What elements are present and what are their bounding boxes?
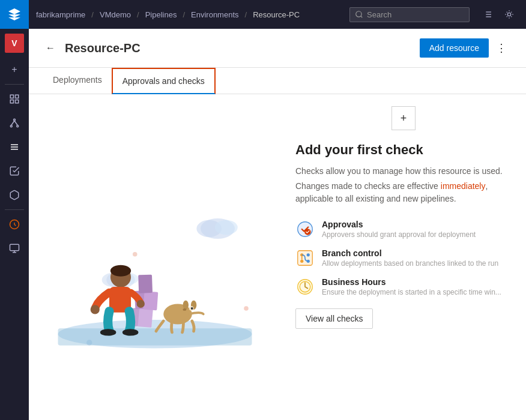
svg-point-4: [14, 119, 16, 121]
checks-list: Approvals Approvers should grant approva…: [295, 220, 512, 296]
back-button[interactable]: ←: [43, 40, 58, 56]
check-hours-name: Business Hours: [322, 277, 512, 287]
check-item-branch: Branch control Allow deployments based o…: [295, 248, 512, 268]
svg-point-50: [122, 329, 139, 335]
svg-point-47: [91, 305, 100, 314]
more-options-button[interactable]: ⋮: [491, 39, 512, 57]
svg-point-55: [307, 253, 310, 256]
sidebar-divider-1: [5, 84, 24, 85]
svg-rect-0: [10, 95, 13, 98]
topbar-icons: [478, 5, 519, 24]
first-check-desc2: Changes made to checks are effective imm…: [295, 180, 512, 205]
artifacts-icon[interactable]: [0, 183, 29, 207]
svg-point-51: [298, 222, 313, 237]
branch-control-icon: [295, 248, 315, 268]
breadcrumb-sep-4: /: [245, 10, 247, 19]
page-header: ← Resource-PC Add resource ⋮: [29, 29, 526, 68]
check-hours-desc: Ensure the deployment is started in a sp…: [322, 288, 512, 296]
svg-point-56: [300, 260, 303, 263]
desc2-before: Changes made to checks are effective: [295, 181, 441, 191]
svg-rect-35: [143, 291, 158, 310]
topbar: fabrikamprime / VMdemo / Pipelines / Env…: [29, 0, 526, 29]
search-icon: [355, 10, 363, 19]
svg-point-27: [133, 252, 138, 257]
breadcrumb-resource: Resource-PC: [253, 10, 300, 19]
check-branch-info: Branch control Allow deployments based o…: [322, 248, 512, 268]
svg-rect-1: [16, 95, 19, 98]
breadcrumb-pipelines[interactable]: Pipelines: [145, 10, 177, 19]
secondary-icon-1[interactable]: [0, 212, 29, 236]
tab-content: + Add your first check Checks allow you …: [29, 94, 526, 420]
main-container: fabrikamprime / VMdemo / Pipelines / Env…: [29, 0, 526, 420]
app-logo[interactable]: [0, 0, 29, 29]
svg-point-13: [356, 11, 361, 17]
add-sidebar-icon[interactable]: +: [0, 58, 29, 82]
check-item-approvals: Approvals Approvers should grant approva…: [295, 220, 512, 239]
add-check-plus-button[interactable]: +: [391, 106, 416, 130]
breadcrumb-org[interactable]: fabrikamprime: [36, 10, 85, 19]
svg-rect-10: [10, 244, 19, 251]
topbar-list-icon[interactable]: [478, 5, 497, 24]
search-input[interactable]: [367, 10, 463, 19]
check-approvals-desc: Approvers should grant approval for depl…: [322, 230, 512, 239]
svg-rect-2: [10, 100, 13, 103]
svg-point-48: [137, 300, 145, 308]
svg-point-42: [191, 307, 193, 310]
tab-approvals[interactable]: Approvals and checks: [112, 68, 216, 94]
boards-icon[interactable]: [0, 87, 29, 111]
topbar-settings-icon[interactable]: [500, 5, 519, 24]
testplans-icon[interactable]: [0, 159, 29, 183]
tab-deployments[interactable]: Deployments: [43, 68, 112, 94]
repos-icon[interactable]: [0, 111, 29, 135]
approvals-icon: [295, 220, 315, 239]
illustration: [41, 106, 269, 408]
svg-rect-33: [138, 308, 153, 328]
svg-point-40: [183, 301, 189, 310]
sidebar: V +: [0, 0, 29, 420]
svg-line-7: [11, 121, 14, 125]
breadcrumb-project[interactable]: VMdemo: [100, 10, 131, 19]
svg-rect-36: [138, 275, 153, 293]
svg-point-57: [307, 260, 310, 263]
check-approvals-name: Approvals: [322, 220, 512, 229]
add-resource-button[interactable]: Add resource: [420, 38, 489, 58]
svg-point-5: [10, 125, 12, 127]
right-panel: + Add your first check Checks allow you …: [281, 94, 526, 420]
svg-line-8: [14, 121, 17, 125]
breadcrumb-sep-1: /: [91, 10, 94, 19]
view-all-checks-button[interactable]: View all checks: [295, 308, 373, 329]
secondary-icon-2[interactable]: [0, 236, 29, 260]
tabs-bar: Deployments Approvals and checks: [29, 68, 526, 94]
search-box[interactable]: [349, 7, 470, 22]
svg-point-43: [183, 308, 187, 311]
content-area: ← Resource-PC Add resource ⋮ Deployments…: [29, 29, 526, 420]
user-avatar[interactable]: V: [5, 34, 24, 53]
breadcrumb-sep-2: /: [137, 10, 139, 19]
page-title: Resource-PC: [65, 41, 420, 55]
svg-point-45: [110, 265, 131, 277]
svg-point-23: [215, 220, 238, 235]
svg-point-20: [507, 13, 510, 16]
check-branch-desc: Allow deployments based on branches link…: [322, 259, 512, 268]
breadcrumb-sep-3: /: [183, 10, 185, 19]
pipelines-icon[interactable]: [0, 135, 29, 159]
illustration-area: [29, 94, 281, 420]
first-check-desc1: Checks allow you to manage how this reso…: [295, 165, 512, 178]
business-hours-icon: [295, 277, 315, 296]
svg-point-49: [100, 329, 116, 335]
desc2-highlight: immediately: [441, 181, 486, 191]
svg-point-29: [244, 306, 249, 311]
check-approvals-info: Approvals Approvers should grant approva…: [322, 220, 512, 239]
sidebar-divider-2: [5, 209, 24, 210]
first-check-heading: Add your first check: [295, 142, 512, 158]
check-branch-name: Branch control: [322, 248, 512, 258]
svg-rect-3: [16, 100, 19, 103]
breadcrumb-environments[interactable]: Environments: [191, 10, 238, 19]
svg-point-6: [17, 125, 19, 127]
check-hours-info: Business Hours Ensure the deployment is …: [322, 277, 512, 296]
check-item-hours: Business Hours Ensure the deployment is …: [295, 277, 512, 296]
